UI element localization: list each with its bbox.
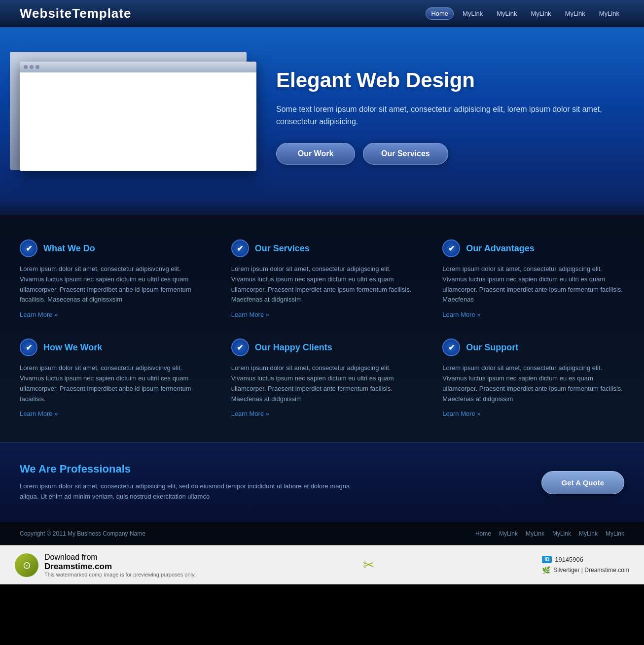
browser-dot-2 xyxy=(30,65,34,69)
feature-item-our-services: ✔ Our Services Lorem ipsum dolor sit ame… xyxy=(231,239,413,319)
feature-title-our-services: Our Services xyxy=(255,243,310,254)
main-nav: Home MyLink MyLink MyLink MyLink MyLink xyxy=(426,7,624,20)
our-work-button[interactable]: Our Work xyxy=(276,143,355,165)
feature-item-our-advantages: ✔ Our Advantages Lorem ipsum dolor sit a… xyxy=(442,239,624,319)
browser-dot-3 xyxy=(36,65,39,69)
watermark-small-text: This watermarked comp image is for previ… xyxy=(44,572,196,577)
hero-section: Elegant Web Design Some text lorem ipsum… xyxy=(0,28,644,215)
feature-desc-what-we-do: Lorem ipsum dolor sit amet, consectetur … xyxy=(20,264,202,305)
download-label: Download from xyxy=(44,553,98,561)
feature-desc-how-we-work: Lorem ipsum dolor sit amet, consectetur … xyxy=(20,363,202,404)
nav-item-5[interactable]: MyLink xyxy=(594,8,624,19)
feature-header-our-support: ✔ Our Support xyxy=(442,339,624,356)
feature-title-our-advantages: Our Advantages xyxy=(466,243,534,254)
footer-nav-4[interactable]: MyLink xyxy=(579,530,598,537)
footer-nav-home[interactable]: Home xyxy=(475,530,491,537)
watermark-id-number: 19145906 xyxy=(555,556,583,563)
feature-item-how-we-work: ✔ How We Work Lorem ipsum dolor sit amet… xyxy=(20,339,202,418)
feature-title-how-we-work: How We Work xyxy=(43,342,102,353)
check-icon-our-advantages: ✔ xyxy=(442,239,460,257)
feature-header-our-happy-clients: ✔ Our Happy Clients xyxy=(231,339,413,356)
footer-nav-3[interactable]: MyLink xyxy=(552,530,571,537)
feature-link-our-happy-clients[interactable]: Learn More » xyxy=(231,410,269,417)
professionals-title: We Are Professionals xyxy=(20,463,355,475)
feature-header-how-we-work: ✔ How We Work xyxy=(20,339,202,356)
hero-text: Elegant Web Design Some text lorem ipsum… xyxy=(276,68,624,165)
professionals-section: We Are Professionals Lorem ipsum dolor s… xyxy=(0,442,644,522)
browser-mockup xyxy=(20,62,256,171)
footer-nav-2[interactable]: MyLink xyxy=(526,530,544,537)
logo-symbol: ⊙ xyxy=(23,559,31,571)
scissors-icon: ✂ xyxy=(363,557,374,573)
feature-desc-our-services: Lorem ipsum dolor sit amet, consectetur … xyxy=(231,264,413,305)
watermark-contributor: 🌿 Silvertiger | Dreamstime.com xyxy=(542,566,629,574)
feature-title-our-support: Our Support xyxy=(466,342,518,353)
hero-buttons: Our Work Our Services xyxy=(276,143,624,165)
id-badge: ID xyxy=(542,556,552,563)
feature-header-our-advantages: ✔ Our Advantages xyxy=(442,239,624,257)
get-quote-button[interactable]: Get A Quote xyxy=(541,471,624,494)
our-services-button[interactable]: Our Services xyxy=(363,143,448,165)
nav-item-1[interactable]: MyLink xyxy=(458,8,488,19)
feature-desc-our-support: Lorem ipsum dolor sit amet, consectetur … xyxy=(442,363,624,404)
feature-desc-our-advantages: Lorem ipsum dolor sit amet, consectetur … xyxy=(442,264,624,305)
nav-item-3[interactable]: MyLink xyxy=(526,8,556,19)
header: WebsiteTemplate Home MyLink MyLink MyLin… xyxy=(0,0,644,28)
feature-desc-our-happy-clients: Lorem ipsum dolor sit amet, consectetur … xyxy=(231,363,413,404)
watermark-id: ID 19145906 xyxy=(542,556,629,563)
footer-nav-5[interactable]: MyLink xyxy=(606,530,624,537)
contributor-name: Silvertiger | Dreamstime.com xyxy=(553,567,629,574)
browser-content xyxy=(20,72,256,171)
check-icon-our-happy-clients: ✔ xyxy=(231,339,249,356)
hero-title: Elegant Web Design xyxy=(276,68,624,93)
watermark-text-block: Download from Dreamstime.com This waterm… xyxy=(44,553,196,577)
dreamstime-logo: ⊙ xyxy=(15,553,38,577)
hero-image-area xyxy=(20,62,256,171)
leaf-icon: 🌿 xyxy=(542,566,550,574)
watermark-right: ID 19145906 🌿 Silvertiger | Dreamstime.c… xyxy=(542,556,629,574)
browser-bar xyxy=(20,62,256,72)
nav-item-home[interactable]: Home xyxy=(426,7,454,20)
browser-dot-1 xyxy=(24,65,28,69)
nav-item-2[interactable]: MyLink xyxy=(492,8,522,19)
check-icon-how-we-work: ✔ xyxy=(20,339,37,356)
watermark-site-name: Dreamstime.com xyxy=(44,562,196,572)
features-section: ✔ What We Do Lorem ipsum dolor sit amet,… xyxy=(0,215,644,442)
feature-header-our-services: ✔ Our Services xyxy=(231,239,413,257)
site-title: WebsiteTemplate xyxy=(20,6,131,21)
feature-item-our-happy-clients: ✔ Our Happy Clients Lorem ipsum dolor si… xyxy=(231,339,413,418)
feature-title-what-we-do: What We Do xyxy=(43,243,95,254)
feature-link-what-we-do[interactable]: Learn More » xyxy=(20,311,58,318)
feature-title-our-happy-clients: Our Happy Clients xyxy=(255,342,332,353)
feature-link-our-services[interactable]: Learn More » xyxy=(231,311,269,318)
feature-header-what-we-do: ✔ What We Do xyxy=(20,239,202,257)
check-icon-our-services: ✔ xyxy=(231,239,249,257)
watermark-bar: ⊙ Download from Dreamstime.com This wate… xyxy=(0,545,644,584)
check-icon-what-we-do: ✔ xyxy=(20,239,37,257)
footer-copyright: Copyright © 2011 My Business Company Nam… xyxy=(20,530,145,537)
feature-item-what-we-do: ✔ What We Do Lorem ipsum dolor sit amet,… xyxy=(20,239,202,319)
feature-link-our-support[interactable]: Learn More » xyxy=(442,410,480,417)
check-icon-our-support: ✔ xyxy=(442,339,460,356)
feature-item-our-support: ✔ Our Support Lorem ipsum dolor sit amet… xyxy=(442,339,624,418)
professionals-description: Lorem ipsum dolor sit amet, consectetur … xyxy=(20,481,355,502)
feature-link-how-we-work[interactable]: Learn More » xyxy=(20,410,58,417)
watermark-center: ✂ xyxy=(363,557,374,573)
footer-nav: Home MyLink MyLink MyLink MyLink MyLink xyxy=(475,530,624,537)
nav-item-4[interactable]: MyLink xyxy=(560,8,590,19)
feature-link-our-advantages[interactable]: Learn More » xyxy=(442,311,480,318)
hero-description: Some text lorem ipsum dolor sit amet, co… xyxy=(276,103,624,128)
footer-nav-1[interactable]: MyLink xyxy=(499,530,518,537)
watermark-left: ⊙ Download from Dreamstime.com This wate… xyxy=(15,553,196,577)
professionals-text: We Are Professionals Lorem ipsum dolor s… xyxy=(20,463,355,502)
footer: Copyright © 2011 My Business Company Nam… xyxy=(0,522,644,545)
watermark-download-label: Download from xyxy=(44,553,196,562)
